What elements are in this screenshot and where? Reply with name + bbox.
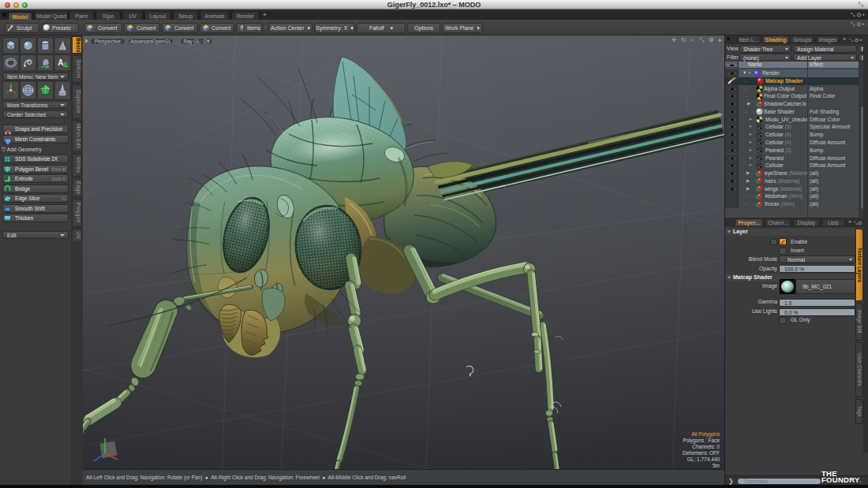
svg-text:5m: 5m xyxy=(713,463,720,468)
svg-text:Channels: 0: Channels: 0 xyxy=(692,444,720,449)
svg-text:All Polygons: All Polygons xyxy=(691,431,720,438)
svg-text:Deformers: OFF: Deformers: OFF xyxy=(683,450,720,456)
svg-text:Polygons : Face: Polygons : Face xyxy=(683,438,720,444)
svg-text:GL: 1,774,440: GL: 1,774,440 xyxy=(687,456,720,462)
